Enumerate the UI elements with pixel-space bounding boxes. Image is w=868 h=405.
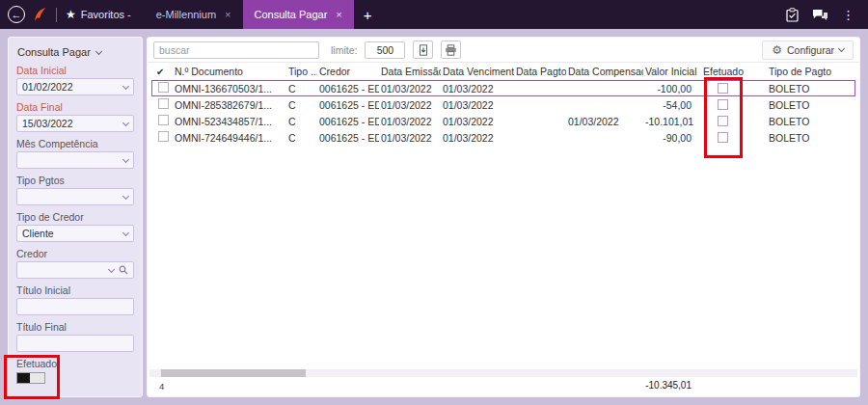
efetuado-checkbox[interactable] bbox=[718, 132, 728, 143]
menu-kebab-icon[interactable]: ⋮ bbox=[842, 8, 854, 22]
cell-emissao: 01/03/2022 bbox=[379, 83, 441, 94]
tipo-pgtos-label: Tipo Pgtos bbox=[16, 175, 134, 186]
cell-select bbox=[151, 98, 173, 111]
cell-tipo-pagto: BOLETO bbox=[744, 83, 855, 94]
col-header-documento[interactable]: N.º Documento bbox=[173, 66, 286, 77]
efetuado-toggle[interactable] bbox=[16, 372, 45, 384]
table-row[interactable]: OMNI-724649446/1... C 0061625 - EDUA... … bbox=[151, 129, 855, 146]
favorites-label[interactable]: Favoritos - bbox=[81, 9, 131, 20]
table-footer: 4 -10.345,01 bbox=[148, 377, 859, 396]
tab-e-millennium[interactable]: e-Millennium × bbox=[145, 0, 243, 29]
data-inicial-select[interactable]: 01/02/2022 bbox=[16, 78, 134, 95]
cell-valor: -54,00 bbox=[643, 99, 701, 111]
cell-efetuado bbox=[701, 99, 744, 110]
limit-input[interactable] bbox=[365, 41, 405, 59]
table-row[interactable]: OMNI-523434857/1... C 0061625 - EDUA... … bbox=[151, 113, 855, 129]
cell-tipo-pagto: BOLETO bbox=[744, 116, 855, 127]
millennium-logo-icon[interactable] bbox=[33, 7, 47, 22]
col-header-data-pagto[interactable]: Data Pagto bbox=[514, 66, 566, 77]
tasks-clipboard-icon[interactable] bbox=[786, 8, 799, 22]
cell-tipo: C bbox=[286, 99, 317, 111]
chevron-down-icon bbox=[122, 119, 129, 125]
cell-documento: OMNI-136670503/1... bbox=[173, 83, 286, 94]
cell-efetuado bbox=[701, 116, 744, 126]
col-header-valor-inicial[interactable]: Valor Inicial bbox=[643, 66, 701, 77]
gear-icon: ⚙ bbox=[772, 44, 782, 56]
valor-inicial-total: -10.345,01 bbox=[148, 380, 701, 391]
col-header-tipo-pagto[interactable]: Tipo de Pagto bbox=[744, 66, 855, 77]
chevron-down-icon bbox=[122, 229, 129, 235]
topbar-divider bbox=[56, 8, 57, 22]
cell-compensacao: 01/03/2022 bbox=[566, 116, 643, 127]
cell-valor: -100,00 bbox=[643, 83, 701, 94]
export-file-icon bbox=[418, 44, 429, 56]
row-checkbox[interactable] bbox=[158, 115, 169, 125]
credor-label: Credor bbox=[16, 248, 134, 259]
print-button[interactable] bbox=[441, 40, 461, 59]
chevron-down-icon bbox=[838, 45, 845, 52]
topbar: ← ★ Favoritos - e-Millennium × Consulta … bbox=[0, 0, 868, 29]
cell-tipo-pagto: BOLETO bbox=[744, 99, 855, 111]
cell-documento: OMNI-285382679/1... bbox=[173, 99, 286, 111]
horizontal-scrollbar[interactable] bbox=[149, 369, 857, 377]
cell-vencimento: 01/03/2022 bbox=[441, 99, 514, 111]
cell-vencimento: 01/03/2022 bbox=[441, 116, 514, 127]
mes-competencia-select[interactable] bbox=[16, 151, 134, 169]
table-row[interactable]: OMNI-285382679/1... C 0061625 - EDUA... … bbox=[151, 96, 855, 113]
chevron-down-icon bbox=[108, 265, 115, 272]
data-final-select[interactable]: 15/03/2022 bbox=[16, 115, 134, 132]
close-tab-icon[interactable]: × bbox=[336, 9, 341, 20]
row-checkbox[interactable] bbox=[158, 131, 169, 142]
titulo-final-input[interactable] bbox=[16, 335, 134, 352]
tipo-pgtos-select[interactable] bbox=[16, 188, 134, 205]
chevron-down-icon bbox=[122, 155, 129, 162]
col-header-tipo[interactable]: Tipo ... bbox=[286, 66, 317, 77]
messages-chat-icon[interactable] bbox=[812, 9, 828, 21]
row-checkbox[interactable] bbox=[158, 82, 169, 93]
search-input[interactable] bbox=[153, 41, 319, 59]
tab-strip: e-Millennium × Consulta Pagar × + bbox=[145, 0, 372, 29]
configure-button[interactable]: ⚙ Configurar bbox=[762, 40, 854, 60]
search-magnifier-icon[interactable] bbox=[119, 265, 128, 275]
cell-tipo: C bbox=[286, 116, 317, 127]
col-header-credor[interactable]: Credor bbox=[317, 66, 379, 77]
tab-label: Consulta Pagar bbox=[255, 9, 328, 20]
cell-valor: -90,00 bbox=[643, 132, 701, 144]
col-header-data-vencimento[interactable]: Data Vencimento bbox=[441, 66, 514, 77]
close-tab-icon[interactable]: × bbox=[225, 9, 231, 20]
limit-label: limite: bbox=[331, 44, 357, 56]
data-inicial-label: Data Inicial bbox=[16, 65, 134, 76]
efetuado-checkbox[interactable] bbox=[718, 116, 728, 126]
panel-title[interactable]: Consulta Pagar bbox=[16, 43, 134, 59]
cell-select bbox=[151, 82, 173, 94]
chevron-down-icon bbox=[95, 47, 102, 54]
cell-documento: OMNI-523434857/1... bbox=[173, 116, 286, 127]
cell-documento: OMNI-724649446/1... bbox=[173, 132, 286, 144]
printer-icon bbox=[445, 44, 457, 56]
export-button[interactable] bbox=[413, 40, 433, 59]
scrollbar-thumb[interactable] bbox=[161, 369, 306, 377]
titulo-inicial-input[interactable] bbox=[16, 298, 134, 315]
cell-tipo: C bbox=[286, 132, 317, 144]
col-header-data-emissao[interactable]: Data Emissão bbox=[379, 66, 441, 77]
row-checkbox[interactable] bbox=[158, 98, 169, 109]
tab-consulta-pagar[interactable]: Consulta Pagar × bbox=[243, 0, 354, 29]
table-row[interactable]: OMNI-136670503/1... C 0061625 - EDUA... … bbox=[151, 80, 855, 96]
favorites-star-icon[interactable]: ★ bbox=[66, 8, 76, 21]
efetuado-checkbox[interactable] bbox=[718, 83, 728, 94]
results-panel: limite: ⚙ Configurar bbox=[147, 37, 860, 397]
new-tab-button[interactable]: + bbox=[364, 8, 372, 22]
col-header-efetuado[interactable]: Efetuado bbox=[701, 66, 744, 77]
tipo-credor-select[interactable]: Cliente bbox=[16, 225, 134, 242]
cell-emissao: 01/03/2022 bbox=[379, 132, 441, 144]
select-all-check-icon[interactable]: ✔ bbox=[151, 67, 173, 77]
credor-select[interactable] bbox=[16, 261, 134, 279]
cell-vencimento: 01/03/2022 bbox=[441, 132, 514, 144]
field-value: Cliente bbox=[22, 228, 54, 239]
table-body: OMNI-136670503/1... C 0061625 - EDUA... … bbox=[148, 80, 859, 369]
back-button[interactable]: ← bbox=[8, 6, 25, 23]
titulo-inicial-label: Título Inicial bbox=[16, 284, 134, 296]
efetuado-checkbox[interactable] bbox=[718, 99, 728, 110]
col-header-data-compensacao[interactable]: Data Compensação bbox=[566, 66, 643, 77]
filter-panel: Consulta Pagar Data Inicial 01/02/2022 D… bbox=[8, 37, 143, 397]
